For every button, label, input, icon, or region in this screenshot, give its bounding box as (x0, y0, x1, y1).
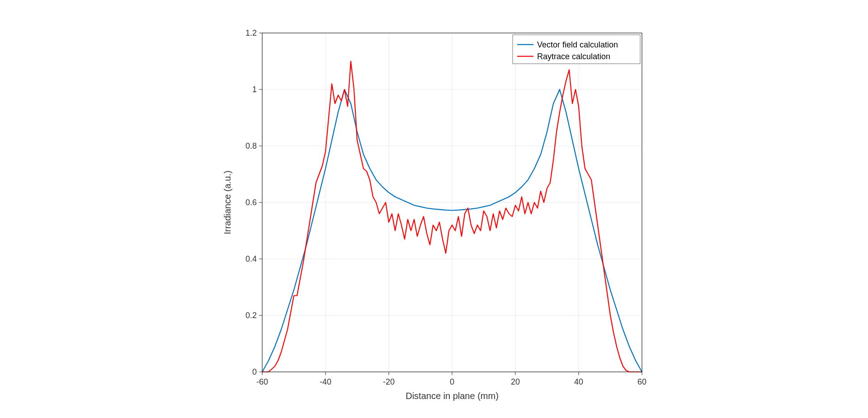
x-tick-label: -60 (256, 377, 268, 386)
chart-container: -60-40-20020406000.20.40.60.811.2Distanc… (0, 0, 868, 418)
x-tick-label: -40 (320, 377, 331, 386)
x-axis-label: Distance in plane (mm) (406, 391, 499, 401)
y-axis-label: Irradiance (a.u.) (222, 170, 232, 234)
y-tick-label: 0.6 (245, 198, 257, 207)
y-tick-label: 0.8 (245, 141, 257, 150)
y-tick-label: 0.2 (245, 311, 257, 320)
x-tick-label: 20 (511, 377, 520, 386)
x-tick-label: 40 (574, 377, 583, 386)
y-tick-label: 1.2 (245, 28, 257, 38)
y-tick-label: 0.4 (245, 254, 257, 263)
y-tick-label: 0 (252, 367, 257, 376)
legend-label: Vector field calculation (537, 40, 618, 49)
y-tick-label: 1 (252, 85, 257, 94)
legend-label: Raytrace calculation (537, 52, 610, 61)
line-chart: -60-40-20020406000.20.40.60.811.2Distanc… (208, 6, 660, 413)
x-tick-label: 0 (450, 377, 454, 386)
x-tick-label: -20 (383, 377, 395, 386)
x-tick-label: 60 (637, 377, 646, 386)
